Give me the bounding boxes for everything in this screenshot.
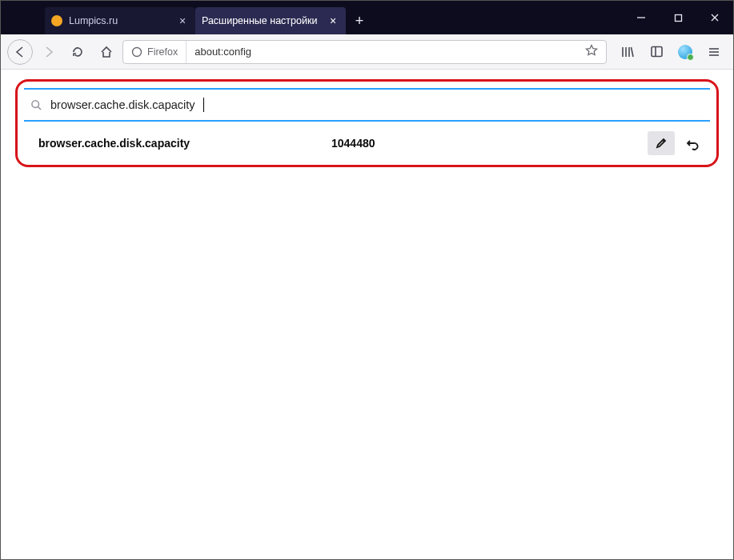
favicon-icon [51,15,62,26]
pref-row: browser.cache.disk.capacity 1044480 [24,130,710,157]
library-button[interactable] [615,39,640,65]
maximize-button[interactable] [660,1,696,34]
home-button[interactable] [94,39,119,65]
pref-name: browser.cache.disk.capacity [27,137,331,150]
svg-rect-9 [652,47,662,57]
minimize-button[interactable] [623,1,660,34]
profile-avatar-icon [678,45,692,59]
close-icon[interactable]: × [327,14,339,27]
toolbar-right [615,39,727,65]
new-tab-button[interactable]: + [346,7,373,34]
pref-value: 1044480 [331,137,648,150]
svg-point-4 [133,47,142,56]
url-bar[interactable]: Firefox [122,40,607,64]
identity-box[interactable]: Firefox [123,41,187,63]
pref-search-text: browser.cache.disk.capacity [50,98,195,111]
annotation-highlight: browser.cache.disk.capacity browser.cach… [15,79,719,167]
pref-search-container: browser.cache.disk.capacity [24,88,710,122]
url-input[interactable] [187,41,577,63]
tab-label: Lumpics.ru [69,15,176,26]
tab-lumpics[interactable]: Lumpics.ru × [45,7,195,34]
svg-rect-1 [675,14,681,21]
undo-icon [686,136,700,150]
close-window-button[interactable] [696,1,733,34]
tab-label: Расширенные настройки [202,15,327,26]
bookmark-star-icon[interactable] [577,44,606,59]
search-icon [30,99,42,111]
reset-button[interactable] [680,131,707,155]
forward-button[interactable] [36,39,62,65]
svg-point-14 [32,100,39,107]
page-content: browser.cache.disk.capacity browser.cach… [1,70,733,177]
firefox-logo-icon [131,46,142,58]
tab-about-config[interactable]: Расширенные настройки × [195,7,346,34]
close-icon[interactable]: × [176,14,189,27]
svg-line-15 [38,106,42,110]
identity-label: Firefox [147,46,178,58]
pencil-icon [655,137,668,150]
title-bar: Lumpics.ru × Расширенные настройки × + [1,1,733,34]
app-menu-button[interactable] [701,39,727,65]
back-button[interactable] [7,39,33,65]
nav-bar: Firefox [1,34,733,70]
sidebar-button[interactable] [644,39,669,65]
svg-line-8 [632,47,634,57]
reload-button[interactable] [65,39,90,65]
profile-button[interactable] [672,39,698,65]
edit-button[interactable] [648,131,675,155]
window-controls [623,1,733,34]
text-caret [203,98,204,112]
